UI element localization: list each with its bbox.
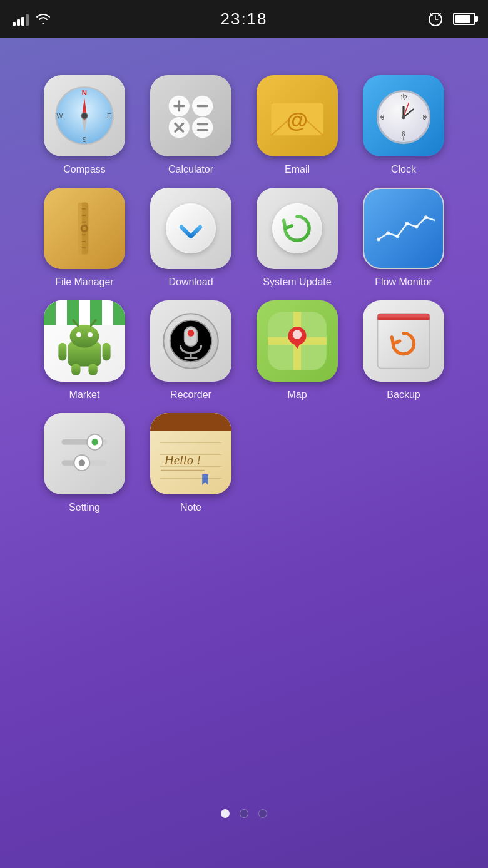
map-label: Map <box>287 389 307 401</box>
email-icon: @ <box>257 75 338 156</box>
svg-point-89 <box>91 439 98 445</box>
svg-line-65 <box>73 320 78 325</box>
note-label: Note <box>180 502 201 513</box>
setting-label: Setting <box>69 502 100 513</box>
svg-point-16 <box>192 117 213 138</box>
svg-rect-70 <box>89 364 98 375</box>
svg-point-81 <box>293 330 302 339</box>
svg-point-74 <box>188 330 194 336</box>
app-recorder[interactable]: Recorder <box>144 300 238 401</box>
svg-point-63 <box>76 332 81 337</box>
recorder-icon <box>150 300 231 382</box>
app-calculator[interactable]: Calculator <box>144 75 238 175</box>
page-dot-1[interactable] <box>221 809 230 818</box>
svg-text:Hello !: Hello ! <box>164 452 201 467</box>
setting-icon <box>44 413 125 494</box>
page-dot-3[interactable] <box>258 809 267 818</box>
svg-text:W: W <box>57 113 63 120</box>
svg-point-55 <box>377 238 380 242</box>
alarm-icon <box>427 10 444 28</box>
app-market[interactable]: Market <box>38 300 131 401</box>
svg-text:12: 12 <box>400 94 407 101</box>
app-backup[interactable]: Backup <box>357 300 450 401</box>
svg-point-62 <box>70 325 99 347</box>
app-sysupdate[interactable]: System Update <box>250 188 344 288</box>
wifi-icon <box>35 13 51 25</box>
status-left-icons <box>13 12 51 26</box>
svg-text:3: 3 <box>422 114 426 121</box>
app-filemanager[interactable]: File Manager <box>38 188 131 288</box>
app-flowmonitor[interactable]: Flow Monitor <box>357 188 450 288</box>
app-setting[interactable]: Setting <box>38 413 131 513</box>
app-grid: N S E W Compass <box>0 44 488 526</box>
svg-point-56 <box>386 232 390 235</box>
market-icon <box>44 300 125 382</box>
svg-rect-69 <box>71 364 80 375</box>
download-label: Download <box>168 277 213 288</box>
svg-rect-67 <box>58 343 66 361</box>
status-bar: 23:18 <box>0 0 488 38</box>
svg-rect-83 <box>377 314 429 368</box>
status-time: 23:18 <box>220 9 267 29</box>
svg-point-12 <box>81 113 88 119</box>
compass-icon: N S E W <box>44 75 125 156</box>
recorder-label: Recorder <box>170 389 211 401</box>
svg-text:N: N <box>82 89 87 96</box>
download-icon <box>150 188 231 269</box>
svg-line-66 <box>91 320 96 325</box>
page-dot-2[interactable] <box>240 809 248 818</box>
svg-point-93 <box>79 459 85 466</box>
market-label: Market <box>69 389 100 401</box>
svg-point-58 <box>405 222 409 225</box>
svg-rect-85 <box>377 318 429 320</box>
sysupdate-label: System Update <box>263 277 331 288</box>
app-email[interactable]: @ Email <box>250 75 344 175</box>
svg-rect-68 <box>103 343 111 361</box>
svg-text:E: E <box>107 113 111 120</box>
app-map[interactable]: Map <box>250 300 344 401</box>
sysupdate-icon <box>257 188 338 269</box>
app-note[interactable]: Hello ! Note <box>144 413 238 513</box>
map-icon <box>257 300 338 382</box>
svg-marker-96 <box>202 474 208 485</box>
svg-point-41 <box>402 115 405 119</box>
svg-text:9: 9 <box>381 114 385 121</box>
filemanager-label: File Manager <box>55 277 113 288</box>
app-download[interactable]: Download <box>144 188 238 288</box>
flowmonitor-label: Flow Monitor <box>375 277 432 288</box>
backup-label: Backup <box>387 389 420 401</box>
svg-point-60 <box>424 215 427 219</box>
svg-point-64 <box>88 332 93 337</box>
filemanager-icon <box>44 188 125 269</box>
svg-point-59 <box>414 225 418 229</box>
page-dots <box>221 809 267 818</box>
app-compass[interactable]: N S E W Compass <box>38 75 131 175</box>
email-label: Email <box>285 164 310 175</box>
status-right-icons <box>427 10 475 28</box>
app-clock[interactable]: 12 3 6 9 Clock <box>357 75 450 175</box>
signal-icon <box>13 12 29 26</box>
battery-icon <box>453 13 475 25</box>
clock-label: Clock <box>391 164 416 175</box>
clock-icon: 12 3 6 9 <box>363 75 444 156</box>
calculator-icon <box>150 75 231 156</box>
flowmonitor-icon <box>363 188 444 269</box>
svg-point-57 <box>395 235 399 238</box>
backup-icon <box>363 300 444 382</box>
calculator-label: Calculator <box>168 164 213 175</box>
note-icon: Hello ! <box>150 413 231 494</box>
svg-text:6: 6 <box>402 131 405 138</box>
svg-point-52 <box>83 227 86 230</box>
compass-label: Compass <box>63 164 106 175</box>
svg-text:S: S <box>83 136 87 143</box>
